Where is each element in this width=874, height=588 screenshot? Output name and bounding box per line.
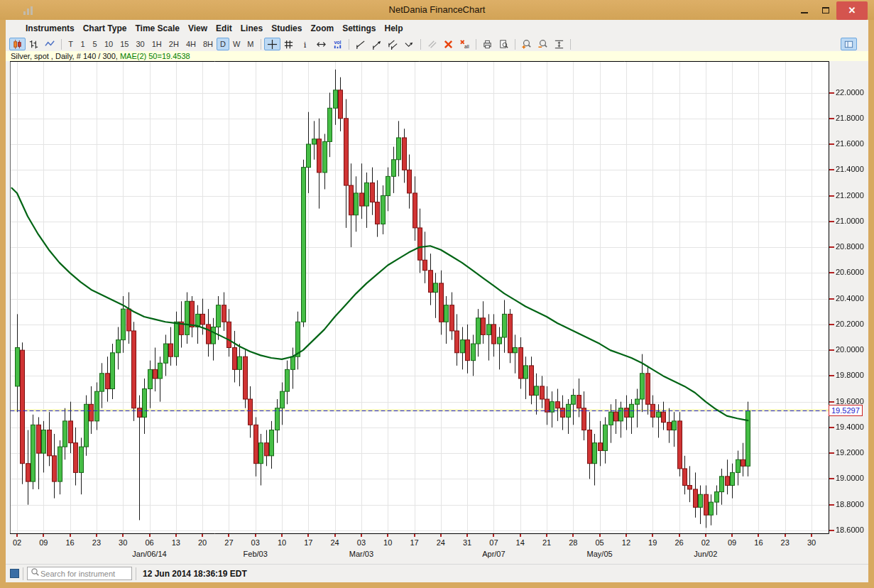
timescale-daily-button[interactable]: D: [217, 38, 229, 50]
info-button[interactable]: i: [297, 38, 313, 50]
x-axis-month-label: Mar/03: [332, 550, 391, 558]
y-axis-label: 22.0000: [836, 88, 864, 97]
x-axis-tick: [255, 534, 256, 537]
y-axis-label: 21.0000: [836, 217, 864, 225]
timescale-8h-button[interactable]: 8H: [200, 38, 217, 50]
print-preview-icon: [498, 39, 509, 50]
search-icon: [30, 567, 40, 580]
svg-text:all: all: [464, 43, 469, 48]
y-axis-label: 21.2000: [836, 191, 864, 200]
timescale-10m-button[interactable]: 10: [101, 38, 116, 50]
menu-view[interactable]: View: [184, 21, 212, 36]
price-chart-canvas[interactable]: [10, 61, 829, 534]
toolbar: T151015301H2H4H8HDWMivolall: [6, 37, 868, 51]
timescale-1h-button[interactable]: 1H: [148, 38, 165, 50]
candlestick-chart-button[interactable]: [9, 38, 26, 50]
delete-all-button[interactable]: all: [457, 38, 473, 50]
info-icon: i: [300, 39, 310, 50]
chart-header: Silver, spot , Daily, # 140 / 300, MAE(2…: [6, 51, 868, 61]
zoom-in-button[interactable]: [518, 38, 535, 50]
x-axis-tick: [440, 534, 442, 537]
timescale-30m-button[interactable]: 30: [133, 38, 148, 50]
x-axis-label: 30: [789, 538, 834, 547]
x-axis-tick: [334, 534, 336, 537]
crosshair-button[interactable]: [264, 38, 280, 50]
y-axis-tick: [829, 246, 834, 248]
grid-icon: [283, 39, 294, 50]
y-axis-tick: [829, 324, 834, 325]
window-content: InstrumentsChart TypeTime ScaleViewEditL…: [6, 20, 868, 582]
menu-edit[interactable]: Edit: [212, 21, 236, 36]
x-axis-tick: [307, 534, 309, 537]
y-axis-tick: [829, 92, 834, 94]
y-axis-label: 20.2000: [836, 320, 864, 328]
horizontal-scale-button[interactable]: [313, 38, 329, 50]
polyline-button[interactable]: [401, 38, 417, 50]
timescale-5m-button[interactable]: 5: [89, 38, 101, 50]
delete-x-icon: [443, 39, 454, 50]
search-input[interactable]: [40, 570, 126, 578]
y-axis-label: 20.6000: [836, 268, 864, 276]
menu-instruments[interactable]: Instruments: [21, 21, 79, 36]
candlestick-icon: [12, 39, 23, 50]
title-bar: NetDania FinanceChart ✕: [0, 0, 874, 20]
fit-vertical-button[interactable]: [551, 38, 567, 50]
crosshair-icon: [267, 39, 278, 50]
bar-chart-button[interactable]: [26, 38, 42, 50]
print-preview-button[interactable]: [496, 38, 512, 50]
zoom-out-button[interactable]: [535, 38, 551, 50]
x-axis-month-label: Jan/06/14: [120, 550, 180, 558]
side-panel-button[interactable]: [841, 38, 857, 50]
menu-zoom[interactable]: Zoom: [306, 21, 338, 36]
timescale-monthly-button[interactable]: M: [244, 38, 257, 50]
toolbar-separator: [476, 39, 476, 50]
parallel-channel-button[interactable]: [385, 38, 401, 50]
timescale-tick-button[interactable]: T: [65, 38, 77, 50]
y-axis-tick: [829, 401, 834, 403]
trend-line-button[interactable]: [352, 38, 368, 50]
y-axis-label: 19.8000: [836, 371, 864, 379]
y-axis-label: 20.4000: [836, 294, 864, 303]
last-price-value: 19.5297: [831, 406, 860, 415]
timescale-1m-button[interactable]: 1: [77, 38, 89, 50]
menu-help[interactable]: Help: [380, 21, 407, 36]
menu-bar: InstrumentsChart TypeTime ScaleViewEditL…: [6, 20, 868, 37]
maximize-button[interactable]: [815, 2, 836, 18]
menu-studies[interactable]: Studies: [267, 21, 306, 36]
delete-line-button[interactable]: [440, 38, 457, 50]
svg-text:i: i: [303, 40, 306, 49]
y-axis-label: 19.4000: [836, 423, 864, 431]
x-axis-tick: [705, 534, 706, 537]
clock: 12 Jun 2014 18:36:19 EDT: [143, 569, 247, 579]
x-axis-tick: [679, 534, 680, 537]
panel-icon: [843, 39, 854, 50]
menu-chart-type[interactable]: Chart Type: [79, 21, 131, 36]
y-axis-tick: [829, 118, 834, 119]
x-axis-month-label: Jun/02: [676, 550, 736, 558]
grid-button[interactable]: [280, 38, 297, 50]
close-button[interactable]: ✕: [836, 1, 868, 20]
y-axis-tick: [829, 478, 834, 479]
timescale-15m-button[interactable]: 15: [116, 38, 132, 50]
x-axis-tick: [122, 534, 124, 537]
x-axis-tick: [626, 534, 627, 537]
line-chart-button[interactable]: [42, 38, 58, 50]
parallel-lines-button[interactable]: [424, 38, 440, 50]
instrument-search: [27, 567, 132, 580]
menu-settings[interactable]: Settings: [338, 21, 380, 36]
timescale-weekly-button[interactable]: W: [229, 38, 244, 50]
y-axis-tick: [829, 272, 834, 273]
y-axis-tick: [829, 504, 834, 506]
timescale-4h-button[interactable]: 4H: [182, 38, 200, 50]
minimize-button[interactable]: [794, 2, 815, 18]
toolbar-separator: [570, 39, 571, 50]
study-label: MAE(2) 50=19.4538: [120, 52, 190, 60]
print-button[interactable]: [479, 38, 496, 50]
timescale-2h-button[interactable]: 2H: [165, 38, 182, 50]
statusbar-separator: [136, 567, 136, 580]
volume-button[interactable]: vol: [329, 38, 346, 50]
menu-lines[interactable]: Lines: [236, 21, 267, 36]
trend-line-arrow-button[interactable]: [368, 38, 385, 50]
parallel-channel-icon: [388, 39, 398, 50]
menu-time-scale[interactable]: Time Scale: [131, 21, 183, 36]
